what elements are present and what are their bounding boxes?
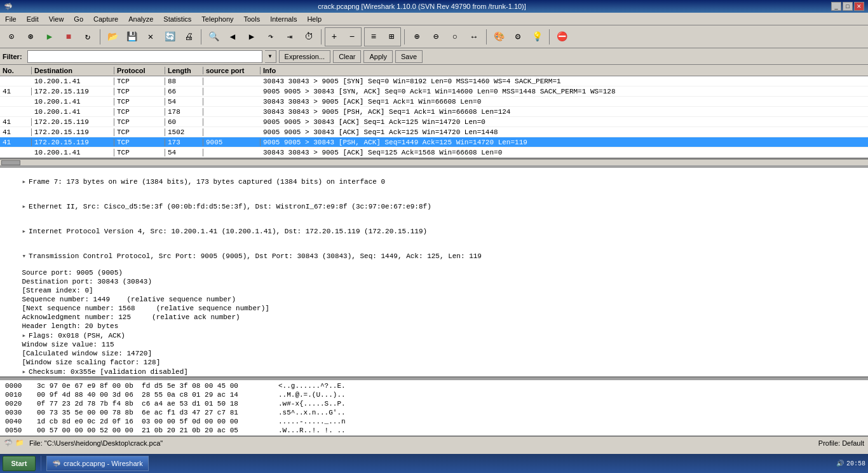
close-button[interactable]: ✕ — [854, 2, 864, 11]
toolbar-restart[interactable]: ↻ — [79, 28, 97, 46]
detail-tcp-dstport[interactable]: Destination port: 30843 (30843) — [0, 277, 868, 286]
bytes-ascii: ..M.@.=.(U...).. — [278, 391, 349, 399]
menu-file[interactable]: File — [0, 13, 22, 25]
packet-list-scrollbar[interactable] — [0, 159, 868, 165]
cell-proto: TCP — [114, 118, 165, 126]
menu-capture[interactable]: Capture — [88, 13, 123, 25]
toolbar-zoom-in[interactable]: + — [325, 28, 343, 46]
toolbar-time[interactable]: ⏱ — [300, 28, 318, 46]
wireshark-icon: 🦈 — [4, 439, 13, 447]
toolbar-goto[interactable]: ↷ — [262, 28, 280, 46]
toolbar-start[interactable]: ▶ — [41, 28, 58, 46]
detail-tcp-calcwindow[interactable]: [Calculated window size: 14720] — [0, 349, 868, 358]
toolbar-decode[interactable]: ⚙ — [509, 28, 527, 46]
detail-ethernet[interactable]: ▸Ethernet II, Src: Cisco_d5:5e:3f (00:0b… — [0, 194, 868, 219]
system-tray: 🔊 20:58 — [836, 460, 865, 467]
expression-button[interactable]: Expression... — [279, 50, 331, 63]
detail-tcp-flags[interactable]: ▸Flags: 0x018 (PSH, ACK) — [0, 331, 868, 340]
menu-tools[interactable]: Tools — [239, 13, 266, 25]
toolbar-error[interactable]: ⛔ — [553, 28, 571, 46]
save-button[interactable]: Save — [395, 50, 423, 63]
detail-tcp-srcport[interactable]: Source port: 9005 (9005) — [0, 268, 868, 277]
toolbar-next[interactable]: ▶ — [243, 28, 261, 46]
clear-button[interactable]: Clear — [333, 50, 361, 63]
toolbar-view-group: ≡ ⊞ — [364, 27, 401, 46]
toolbar-view2[interactable]: ⊞ — [383, 28, 400, 46]
filter-input[interactable] — [27, 50, 262, 63]
toolbar-zoom-pkt[interactable]: ⊕ — [408, 28, 426, 46]
toolbar-zoom-width[interactable]: ↔ — [465, 28, 483, 46]
toolbar-zoom-pkt2[interactable]: ⊖ — [427, 28, 445, 46]
wireshark-taskbar-label: crack.pcapng - Wireshark — [64, 460, 143, 467]
toolbar-find[interactable]: 🔍 — [205, 28, 222, 46]
cell-info: 30843 30843 > 9005 [ACK] Seq=125 Ack=156… — [261, 149, 868, 156]
table-row[interactable]: 10.200.1.41 TCP 54 30843 30843 > 9005 [A… — [0, 147, 868, 158]
toolbar-close[interactable]: ✕ — [142, 28, 159, 46]
cell-info: 9005 9005 > 30843 [ACK] Seq=1 Ack=125 Wi… — [261, 128, 868, 136]
table-row[interactable]: 41 172.20.15.119 TCP 66 9005 9005 > 3084… — [0, 86, 868, 97]
toolbar-view1[interactable]: ≡ — [365, 28, 383, 46]
network-icon: 🔊 — [836, 460, 844, 467]
toolbar-zoom-out[interactable]: − — [343, 28, 361, 46]
toolbar-open[interactable]: 📂 — [104, 28, 121, 46]
taskbar-sep — [41, 456, 41, 471]
scroll-thumb[interactable] — [1, 160, 20, 165]
detail-tcp-hdrlen[interactable]: Header length: 20 bytes — [0, 322, 868, 331]
detail-tcp-nextseq[interactable]: [Next sequence number: 1568 (relative se… — [0, 304, 868, 313]
menu-statistics[interactable]: Statistics — [158, 13, 196, 25]
wireshark-taskbar-icon: 🦈 — [52, 460, 61, 468]
detail-tcp-window[interactable]: Window size value: 115 — [0, 340, 868, 349]
filter-bar: Filter: ▼ Expression... Clear Apply Save — [0, 48, 868, 65]
bytes-offset: 0040 — [5, 418, 37, 425]
toolbar-options[interactable]: ⊛ — [22, 28, 39, 46]
apply-button[interactable]: Apply — [363, 50, 393, 63]
cell-srcport: 9005 — [203, 139, 261, 146]
filter-dropdown[interactable]: ▼ — [265, 50, 276, 63]
menu-help[interactable]: Help — [302, 13, 327, 25]
cell-dst: 10.200.1.41 — [32, 108, 114, 116]
maximize-button[interactable]: □ — [843, 2, 853, 11]
detail-ip[interactable]: ▸Internet Protocol Version 4, Src: 10.20… — [0, 219, 868, 243]
table-row[interactable]: 41 172.20.15.119 TCP 1502 9005 9005 > 30… — [0, 127, 868, 137]
table-row[interactable]: 10.200.1.41 TCP 88 30843 30843 > 9005 [S… — [0, 76, 868, 86]
cell-no: 41 — [0, 88, 32, 95]
toolbar-print[interactable]: 🖨 — [180, 28, 198, 46]
menu-analyze[interactable]: Analyze — [123, 13, 158, 25]
packet-list: No. Destination Protocol Length source p… — [0, 65, 868, 159]
toolbar-interfaces[interactable]: ⊙ — [3, 28, 20, 46]
detail-frame[interactable]: ▸Frame 7: 173 bytes on wire (1384 bits),… — [0, 169, 868, 194]
table-row[interactable]: 41 172.20.15.119 TCP 173 9005 9005 9005 … — [0, 137, 868, 147]
cell-len: 66 — [165, 88, 203, 95]
table-row[interactable]: 10.200.1.41 TCP 178 30843 30843 > 9005 [… — [0, 107, 868, 117]
detail-tcp-windowscale[interactable]: [Window size scaling factor: 128] — [0, 358, 868, 367]
bytes-offset: 0000 — [5, 382, 37, 390]
title-bar-icon: 🦈 — [4, 3, 13, 11]
detail-tcp-ack[interactable]: Acknowledgment number: 125 (relative ack… — [0, 313, 868, 322]
toolbar-reload[interactable]: 🔄 — [161, 28, 179, 46]
taskbar-btn-wireshark[interactable]: 🦈 crack.pcapng - Wireshark — [46, 456, 149, 471]
minimize-button[interactable]: _ — [831, 2, 841, 11]
start-button[interactable]: Start — [3, 456, 36, 471]
toolbar-prev[interactable]: ◀ — [224, 28, 241, 46]
table-row[interactable]: 41 172.20.15.119 TCP 60 9005 9005 > 3084… — [0, 117, 868, 127]
detail-tcp-checksum[interactable]: ▸Checksum: 0x355e [validation disabled] — [0, 367, 868, 376]
menu-internals[interactable]: Internals — [265, 13, 302, 25]
menu-telephony[interactable]: Telephony — [196, 13, 238, 25]
cell-len: 173 — [165, 139, 203, 146]
menu-view[interactable]: View — [44, 13, 69, 25]
detail-tcp-seq[interactable]: Sequence number: 1449 (relative sequence… — [0, 295, 868, 304]
toolbar-zoom-reset[interactable]: ○ — [446, 28, 464, 46]
cell-len: 1502 — [165, 128, 203, 136]
detail-tcp[interactable]: ▾Transmission Control Protocol, Src Port… — [0, 243, 868, 268]
cell-dst: 172.20.15.119 — [32, 88, 114, 95]
toolbar-stop[interactable]: ■ — [60, 28, 78, 46]
toolbar-save[interactable]: 💾 — [123, 28, 140, 46]
table-row[interactable]: 10.200.1.41 TCP 54 30843 30843 > 9005 [A… — [0, 97, 868, 107]
toolbar-expert[interactable]: 💡 — [528, 28, 546, 46]
menu-edit[interactable]: Edit — [22, 13, 44, 25]
toolbar-colorize[interactable]: 🎨 — [490, 28, 508, 46]
menu-go[interactable]: Go — [69, 13, 88, 25]
detail-tcp-stream[interactable]: [Stream index: 0] — [0, 286, 868, 295]
cell-info: 30843 30843 > 9005 [ACK] Seq=1 Ack=1 Win… — [261, 98, 868, 106]
toolbar-end[interactable]: ⇥ — [281, 28, 299, 46]
